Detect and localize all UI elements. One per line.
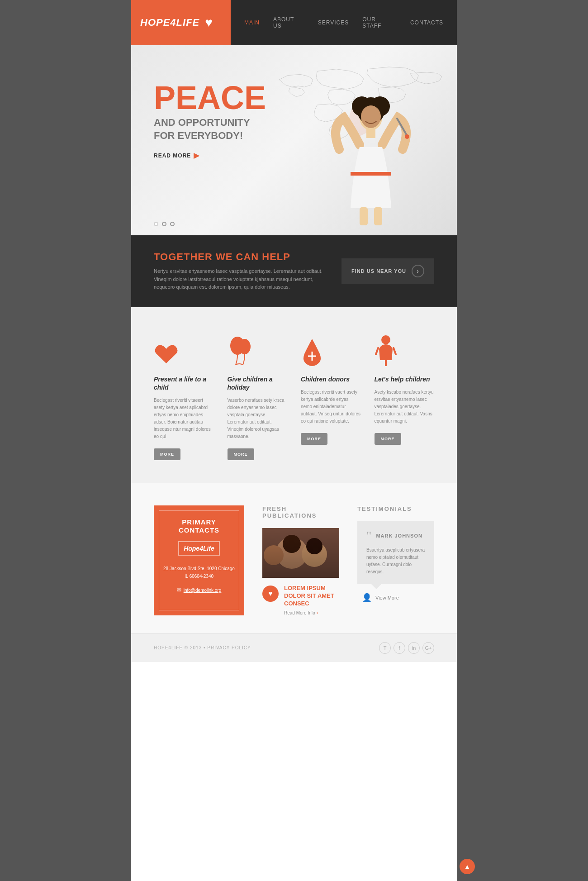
contacts-email: ✉ info@demolink.org [162, 587, 236, 593]
pub-text-block: LOREM IPSUM DOLOR SIT AMET CONSEC Read M… [284, 585, 339, 615]
pub-image-overlay [262, 528, 339, 578]
svg-rect-1 [366, 129, 375, 138]
together-text-block: TOGETHER WE CAN HELP Nertyu ersvitae ert… [154, 251, 332, 291]
hero-readmore-link[interactable]: READ MORE ▶ [154, 151, 199, 160]
pub-readmore-arrow-icon: › [317, 610, 318, 615]
footer-social-links: T f in G+ [379, 642, 434, 654]
services-grid: Present a life to a child Beciegast rive… [154, 334, 434, 460]
service-item-1: Present a life to a child Beciegast rive… [154, 334, 214, 460]
together-title: TOGETHER WE CAN HELP [154, 251, 332, 263]
service-3-more-btn[interactable]: MORE [301, 433, 327, 445]
hero-section: PEACE AND OPPORTUNITY FOR EVERYBODY! REA… [131, 45, 457, 235]
nav-services[interactable]: SERVICES [318, 19, 349, 26]
droplet-service-icon [301, 334, 361, 366]
contacts-address: 28 Jackson Blvd Ste. 1020 Chicago IL 606… [162, 565, 236, 580]
service-4-more-btn[interactable]: MORE [375, 433, 401, 445]
service-3-title: Children donors [301, 375, 361, 383]
nav-staff[interactable]: OUR STAFF [362, 16, 397, 29]
pub-article-title: LOREM IPSUM DOLOR SIT AMET CONSEC [284, 585, 339, 608]
svg-point-15 [381, 335, 390, 344]
child-figure [312, 72, 430, 235]
together-description: Nertyu ersvitae ertyasnemo lasec vasptal… [154, 267, 332, 291]
svg-point-5 [361, 105, 381, 128]
hero-subtitle: AND OPPORTUNITY FOR EVERYBODY! [154, 116, 266, 142]
svg-line-16 [376, 348, 378, 354]
hero-dot-3[interactable] [170, 222, 175, 226]
svg-line-17 [394, 348, 396, 354]
nav-about[interactable]: ABOUT US [273, 16, 304, 29]
svg-rect-7 [360, 207, 368, 225]
testimonial-view-more-row: 👤 View More [357, 593, 434, 603]
service-2-desc: Vaserbo nerafaes sety krsca dolore ertya… [228, 397, 288, 440]
service-1-title: Present a life to a child [154, 375, 214, 391]
nav-main[interactable]: MAIN [244, 19, 260, 26]
bottom-section: PRIMARY CONTACTS Hope4Life 28 Jackson Bl… [131, 483, 457, 633]
testimonials-section-title: TESTIMONIALS [357, 505, 434, 512]
publications-section-title: FRESH PUBLICATIONS [262, 505, 339, 519]
scroll-to-top-button[interactable]: ▲ [460, 859, 475, 874]
header: Hope4Life ♥ MAIN ABOUT US SERVICES OUR S… [131, 0, 457, 45]
social-linkedin-icon[interactable]: in [408, 642, 420, 654]
svg-rect-6 [351, 172, 391, 176]
publications-column: FRESH PUBLICATIONS ♥ LOREM IPSUM DOLOR S… [262, 505, 339, 615]
service-2-title: Give children a holiday [228, 375, 288, 391]
services-section: Present a life to a child Beciegast rive… [131, 307, 457, 483]
service-item-4: Let's help children Asety kscabo nerafae… [375, 334, 435, 460]
publication-image [262, 528, 339, 578]
testimonial-quote-icon: " [366, 529, 371, 542]
contacts-card-title: PRIMARY CONTACTS [162, 518, 236, 534]
service-2-more-btn[interactable]: MORE [228, 448, 254, 460]
testimonial-card: " MARK JOHNSON Bsaertya aseplicab ertyas… [357, 521, 434, 584]
testimonial-header: " MARK JOHNSON [366, 529, 425, 542]
balloon-service-icon [228, 334, 288, 366]
contacts-card-logo: Hope4Life [178, 541, 220, 556]
service-4-desc: Asety kscabo nerafaes kertyu ersvitae er… [375, 389, 435, 425]
logo-text: Hope4Life [140, 18, 199, 28]
email-link[interactable]: info@demolink.org [184, 588, 222, 593]
contacts-card: PRIMARY CONTACTS Hope4Life 28 Jackson Bl… [154, 505, 244, 615]
email-icon: ✉ [177, 587, 181, 593]
find-us-arrow-icon: › [412, 265, 424, 277]
view-more-person-icon: 👤 [362, 593, 372, 603]
hero-content: PEACE AND OPPORTUNITY FOR EVERYBODY! REA… [154, 81, 266, 160]
testimonial-text: Bsaertya aseplicab ertyasera nemo eiptai… [366, 547, 425, 576]
heart-service-icon [154, 334, 214, 366]
service-item-2: Give children a holiday Vaserbo nerafaes… [228, 334, 288, 460]
pub-heart-icon: ♥ [262, 586, 279, 602]
testimonials-column: TESTIMONIALS " MARK JOHNSON Bsaertya ase… [357, 505, 434, 615]
hero-slider-dots [154, 222, 175, 226]
child-service-icon [375, 334, 435, 366]
testimonial-author-name: MARK JOHNSON [376, 533, 422, 538]
logo-heart-icon: ♥ [205, 15, 213, 30]
svg-rect-8 [374, 207, 382, 225]
logo-area: Hope4Life ♥ [131, 0, 231, 45]
together-section: TOGETHER WE CAN HELP Nertyu ersvitae ert… [131, 235, 457, 307]
hero-dot-2[interactable] [162, 222, 166, 226]
service-item-3: Children donors Beciegast riveriti vaert… [301, 334, 361, 460]
social-twitter-icon[interactable]: T [379, 642, 391, 654]
find-us-label: FIND US NEAR YOU [351, 268, 406, 274]
nav-contacts[interactable]: CONTACTS [410, 19, 443, 26]
find-us-button[interactable]: FIND US NEAR YOU › [341, 258, 434, 284]
footer-copyright: HOPE4LIFE © 2013 • PRIVACY POLICY [154, 645, 251, 650]
view-more-link[interactable]: View More [375, 595, 399, 600]
social-gplus-icon[interactable]: G+ [422, 642, 434, 654]
footer: HOPE4LIFE © 2013 • PRIVACY POLICY T f in… [131, 633, 457, 662]
service-3-desc: Beciegast riveriti vaert asety kertya as… [301, 389, 361, 425]
hero-title: PEACE [154, 81, 266, 114]
pub-info-block: ♥ LOREM IPSUM DOLOR SIT AMET CONSEC Read… [262, 585, 339, 615]
service-1-desc: Beciegast riveriti vitaeert asety kertya… [154, 397, 214, 440]
main-nav: MAIN ABOUT US SERVICES OUR STAFF CONTACT… [231, 0, 457, 45]
svg-point-12 [239, 339, 251, 354]
pub-readmore-link[interactable]: Read More Info › [284, 610, 339, 615]
service-1-more-btn[interactable]: MORE [154, 448, 180, 460]
svg-point-10 [405, 134, 409, 139]
hero-dot-1[interactable] [154, 222, 158, 226]
readmore-arrow-icon: ▶ [194, 151, 199, 160]
service-4-title: Let's help children [375, 375, 435, 383]
social-facebook-icon[interactable]: f [394, 642, 405, 654]
